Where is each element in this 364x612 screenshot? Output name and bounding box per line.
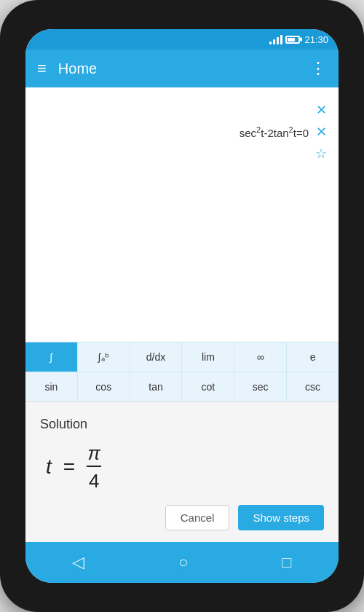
status-bar: 21:30 <box>25 29 339 50</box>
solution-equation: t = π 4 <box>40 444 324 490</box>
battery-icon <box>285 36 300 44</box>
back-button[interactable]: ◁ <box>72 553 84 572</box>
equation-row: sec2t-2tan2t=0 ✕ <box>240 124 327 140</box>
fraction-denominator: 4 <box>87 468 101 490</box>
cancel-button[interactable]: Cancel <box>165 505 230 530</box>
solution-panel: Solution t = π 4 Cancel Show steps <box>25 401 339 542</box>
key-derivative[interactable]: d/dx <box>130 342 183 372</box>
clear-icon[interactable]: ✕ <box>316 102 327 118</box>
more-icon[interactable]: ⋮ <box>310 59 327 78</box>
key-integral[interactable]: ∫ <box>25 342 78 372</box>
main-content: ✕ sec2t-2tan2t=0 ✕ ☆ ∫ ∫ₐᵇ d/dx <box>25 87 339 542</box>
solution-title: Solution <box>40 417 324 432</box>
bottom-nav: ◁ ○ □ <box>25 542 339 583</box>
math-keyboard: ∫ ∫ₐᵇ d/dx lim ∞ e sin cos tan cot sec c… <box>25 342 339 401</box>
equation-area: ✕ sec2t-2tan2t=0 ✕ ☆ <box>25 87 339 342</box>
key-infinity[interactable]: ∞ <box>234 342 287 372</box>
key-sin[interactable]: sin <box>25 372 78 401</box>
clear-row: ✕ <box>316 102 327 118</box>
phone-screen: 21:30 ≡ Home ⋮ ✕ sec2t-2tan2t=0 ✕ <box>25 29 339 583</box>
solution-buttons: Cancel Show steps <box>40 505 324 530</box>
star-icon[interactable]: ☆ <box>315 146 327 162</box>
equation-close-icon[interactable]: ✕ <box>316 124 327 140</box>
status-time: 21:30 <box>304 34 328 45</box>
key-csc[interactable]: csc <box>287 372 339 401</box>
key-sec[interactable]: sec <box>234 372 287 401</box>
key-tan[interactable]: tan <box>130 372 183 401</box>
status-icons <box>269 34 300 44</box>
equation-text: sec2t-2tan2t=0 <box>240 125 309 139</box>
recents-button[interactable]: □ <box>282 553 291 572</box>
show-steps-button[interactable]: Show steps <box>238 505 324 530</box>
toolbar: ≡ Home ⋮ <box>25 50 339 87</box>
key-cot[interactable]: cot <box>182 372 234 401</box>
star-row: ☆ <box>315 146 327 162</box>
keyboard-row-1: ∫ ∫ₐᵇ d/dx lim ∞ e <box>25 342 339 372</box>
keyboard-row-2: sin cos tan cot sec csc <box>25 372 339 401</box>
fraction-numerator: π <box>87 444 101 467</box>
key-limit[interactable]: lim <box>182 342 234 372</box>
signal-icon <box>269 34 282 44</box>
solution-variable: t <box>46 455 52 479</box>
solution-fraction: π 4 <box>87 444 101 490</box>
key-e[interactable]: e <box>287 342 339 372</box>
menu-icon[interactable]: ≡ <box>37 60 47 76</box>
key-definite-integral[interactable]: ∫ₐᵇ <box>78 342 130 372</box>
solution-equals: = <box>63 455 75 479</box>
phone-frame: 21:30 ≡ Home ⋮ ✕ sec2t-2tan2t=0 ✕ <box>0 0 364 612</box>
key-cos[interactable]: cos <box>78 372 130 401</box>
toolbar-title: Home <box>58 60 310 77</box>
home-button[interactable]: ○ <box>178 553 188 572</box>
